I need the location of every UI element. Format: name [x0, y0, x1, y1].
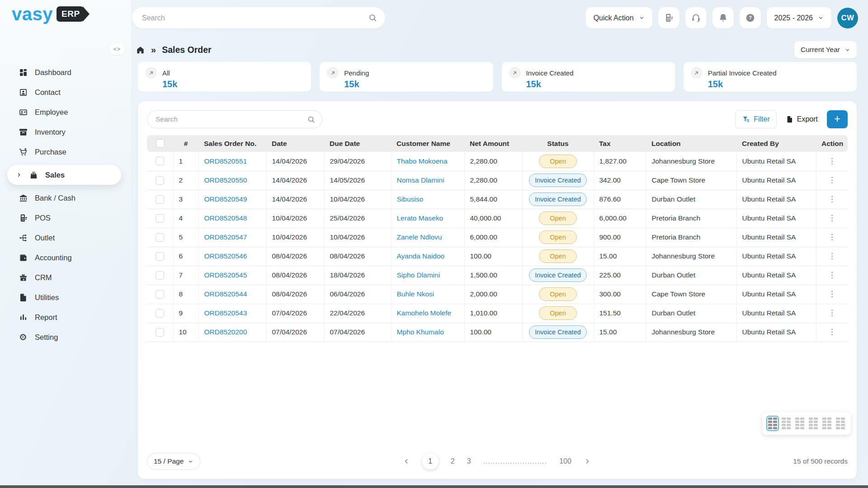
order-number-link[interactable]: ORD8520543 [204, 309, 247, 317]
sidebar-item-label: Outlet [35, 234, 55, 242]
kebab-menu-icon[interactable]: ⋮ [828, 195, 836, 203]
kebab-menu-icon[interactable]: ⋮ [828, 290, 836, 298]
page-3-button[interactable]: 3 [467, 457, 471, 465]
customer-link[interactable]: Buhle Nkosi [397, 290, 434, 298]
export-button[interactable]: Export [786, 115, 818, 123]
sidebar-item-accounting[interactable]: Accounting [0, 248, 121, 267]
support-button[interactable] [685, 7, 707, 28]
sidebar-item-inventory[interactable]: Inventory [0, 122, 121, 142]
row-checkbox[interactable] [156, 233, 164, 242]
order-number-link[interactable]: ORD8520549 [204, 195, 247, 203]
select-all-checkbox[interactable] [156, 139, 165, 148]
customer-link[interactable]: Nomsa Dlamini [397, 176, 444, 184]
layout-cell [768, 418, 772, 420]
order-number-cell: ORD8520550 [198, 171, 266, 190]
filter-button[interactable]: Filter [735, 110, 777, 128]
row-checkbox[interactable] [156, 290, 164, 299]
kebab-menu-icon[interactable]: ⋮ [828, 157, 836, 165]
page-1-button[interactable]: 1 [422, 453, 439, 469]
order-number-link[interactable]: ORD8520200 [204, 328, 247, 336]
layout-option[interactable] [835, 417, 846, 430]
pos-terminal-button[interactable] [658, 7, 679, 28]
help-button[interactable]: ? [740, 7, 761, 28]
fiscal-year-selector[interactable]: 2025 - 2026 [767, 7, 831, 28]
order-number-link[interactable]: ORD8520548 [204, 214, 247, 222]
inventory-icon [18, 127, 28, 137]
sidebar-item-outlet[interactable]: Outlet [0, 228, 121, 248]
stat-card-invoice-created[interactable]: Invoice Created 15k [502, 62, 675, 92]
sidebar-item-dashboard[interactable]: Dashboard [0, 62, 121, 82]
kebab-menu-icon[interactable]: ⋮ [828, 233, 836, 241]
customer-link[interactable]: Zanele Ndlovu [397, 233, 442, 241]
kebab-menu-icon[interactable]: ⋮ [828, 328, 836, 336]
kebab-menu-icon[interactable]: ⋮ [828, 176, 836, 184]
stat-card-all[interactable]: All 15k [138, 62, 311, 92]
customer-link[interactable]: Ayanda Naidoo [397, 252, 445, 260]
sidebar-item-bank-cash[interactable]: Bank / Cash [0, 188, 121, 208]
sidebar-item-utilities[interactable]: Utilities [0, 287, 121, 307]
quick-action-button[interactable]: Quick Action [586, 7, 652, 28]
orders-table: #Sales Order No.DateDue DateCustomer Nam… [147, 135, 848, 342]
row-checkbox[interactable] [156, 271, 164, 280]
action-cell: ⋮ [816, 209, 848, 228]
user-avatar[interactable]: CW [837, 8, 858, 28]
kebab-menu-icon[interactable]: ⋮ [828, 214, 836, 222]
kebab-menu-icon[interactable]: ⋮ [828, 309, 836, 317]
row-checkbox[interactable] [156, 176, 164, 185]
sidebar-item-setting[interactable]: ⚙ Setting [0, 327, 121, 347]
sidebar-item-pos[interactable]: POS [0, 208, 121, 228]
add-order-button[interactable]: + [827, 110, 848, 128]
notifications-button[interactable] [712, 7, 734, 28]
sidebar-item-sales[interactable]: Sales [7, 165, 121, 185]
order-number-cell: ORD8520200 [198, 323, 266, 342]
layout-option[interactable] [794, 417, 805, 430]
customer-link[interactable]: Lerato Maseko [397, 214, 443, 222]
customer-link[interactable]: Mpho Khumalo [397, 328, 444, 336]
sidebar-item-crm[interactable]: CRM [0, 267, 121, 287]
layout-option[interactable] [781, 417, 792, 430]
global-search-input[interactable] [132, 7, 385, 28]
prev-page-button[interactable] [403, 458, 410, 465]
stat-card-partial-invoice-created[interactable]: Partial Invoice Created 15k [684, 62, 857, 92]
order-number-link[interactable]: ORD8520547 [204, 233, 247, 241]
customer-link[interactable]: Sipho Dlamini [397, 271, 440, 279]
customer-link[interactable]: Sibusiso [397, 195, 424, 203]
next-page-button[interactable] [584, 458, 591, 465]
kebab-menu-icon[interactable]: ⋮ [828, 271, 836, 279]
sidebar-item-employee[interactable]: Employee [0, 102, 121, 122]
sidebar-collapse-button[interactable]: <> [110, 44, 124, 55]
order-number-link[interactable]: ORD8520550 [204, 176, 247, 184]
layout-cell [809, 424, 813, 426]
sidebar-item-report[interactable]: Report [0, 307, 121, 327]
customer-link[interactable]: Thabo Mokoena [397, 157, 448, 165]
order-number-link[interactable]: ORD8520546 [204, 252, 247, 260]
page-last-button[interactable]: 100 [559, 457, 571, 465]
home-icon[interactable] [136, 45, 145, 55]
order-number-link[interactable]: ORD8520551 [204, 157, 247, 165]
brand-logo[interactable]: vasy ERP [12, 6, 84, 22]
page-2-button[interactable]: 2 [451, 457, 455, 465]
customer-link[interactable]: Kamohelo Molefe [397, 309, 452, 317]
row-checkbox[interactable] [156, 309, 164, 318]
table-search-input[interactable] [147, 111, 322, 128]
kebab-menu-icon[interactable]: ⋮ [828, 252, 836, 260]
period-selector[interactable]: Current Year [794, 41, 857, 58]
sidebar-item-purchase[interactable]: Purchase [0, 142, 121, 162]
row-checkbox[interactable] [156, 252, 164, 261]
page-size-selector[interactable]: 15 / Page [147, 453, 200, 470]
row-checkbox[interactable] [156, 195, 164, 204]
row-checkbox[interactable] [156, 157, 164, 165]
action-cell: ⋮ [816, 152, 848, 171]
layout-option-selected[interactable] [767, 417, 778, 430]
layout-option[interactable] [808, 417, 819, 430]
row-checkbox[interactable] [156, 214, 164, 223]
column-layout-widget[interactable] [762, 412, 851, 435]
order-number-cell: ORD8520543 [198, 304, 266, 323]
layout-option[interactable] [821, 417, 832, 430]
row-checkbox[interactable] [156, 328, 164, 337]
order-number-link[interactable]: ORD8520544 [204, 290, 247, 298]
sidebar-item-contact[interactable]: Contact [0, 82, 121, 102]
stat-card-pending[interactable]: Pending 15k [320, 62, 493, 92]
stat-label: Partial Invoice Created [708, 69, 777, 77]
order-number-link[interactable]: ORD8520545 [204, 271, 247, 279]
